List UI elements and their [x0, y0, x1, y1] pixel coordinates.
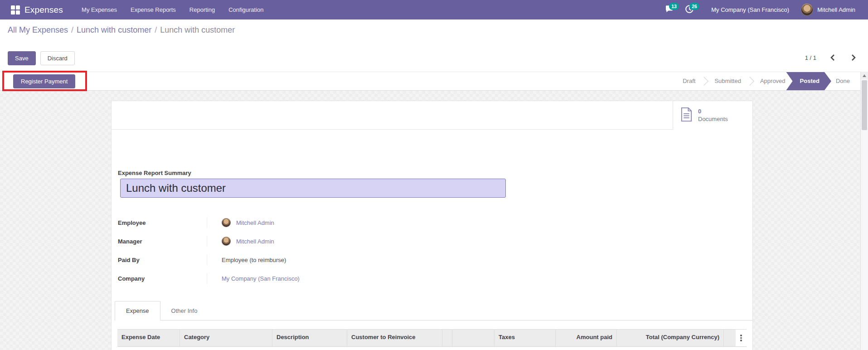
column-total-company-currency[interactable]: Total (Company Currency) [617, 330, 724, 346]
activities-menu[interactable]: 26 [679, 0, 699, 19]
manager-avatar [222, 237, 231, 246]
control-panel: All My Expenses/Lunch with customer/Lunc… [0, 19, 868, 72]
status-step-draft[interactable]: Draft [678, 72, 700, 90]
save-button[interactable]: Save [8, 51, 36, 65]
delete-row-icon[interactable] [724, 348, 736, 350]
control-panel-buttons: Save Discard [8, 51, 75, 65]
status-steps: Draft Submitted Approved Posted Done [678, 72, 854, 90]
scrollbar-thumb[interactable] [862, 80, 867, 130]
user-menu[interactable]: Mitchell Admin [797, 0, 863, 19]
apps-menu-icon[interactable] [11, 5, 20, 15]
column-expense-date[interactable]: Expense Date [117, 330, 180, 346]
cell-total-company-currency[interactable]: $ 0,00 [617, 348, 724, 350]
messages-count-badge: 13 [669, 3, 679, 10]
tab-expense[interactable]: Expense [115, 301, 160, 321]
breadcrumb-separator: / [151, 25, 160, 34]
column-customer-to-reinvoice[interactable]: Customer to Reinvoice [347, 330, 442, 346]
cell-amount-paid[interactable]: $ 0,00 [556, 348, 617, 350]
column-blank [442, 330, 452, 346]
cell-taxes[interactable]: Tax 15.00% [495, 347, 556, 350]
cell-category[interactable]: [OTHER] Other expenses [180, 348, 272, 350]
company-label: Company [118, 275, 207, 282]
main-menu: My Expenses Expense Reports Reporting Co… [75, 0, 270, 19]
activities-count-badge: 26 [689, 3, 699, 10]
expenses-app-screen: Expenses My Expenses Expense Reports Rep… [0, 0, 868, 350]
field-row-company: Company My Company (San Francisco) [118, 273, 462, 284]
pager-previous-icon[interactable] [830, 54, 835, 61]
table-header-row: Expense Date Category Description Custom… [117, 329, 747, 347]
form-sheet: 0 Documents Expense Report Summary Emplo… [111, 101, 753, 350]
paid-by-label: Paid By [118, 257, 207, 263]
column-description[interactable]: Description [272, 330, 347, 346]
vertical-scrollbar[interactable] [860, 72, 868, 350]
manager-label: Manager [118, 238, 207, 245]
status-step-approved[interactable]: Approved [756, 72, 790, 90]
documents-button[interactable]: 0 Documents [673, 101, 752, 130]
company-switcher[interactable]: My Company (San Francisco) [699, 0, 797, 19]
field-row-paid-by: Paid By Employee (to reimburse) [118, 254, 462, 265]
summary-field-label: Expense Report Summary [118, 170, 191, 176]
step-chevron-icon [746, 72, 756, 90]
field-group: Employee Mitchell Admin Manager Mitchell… [118, 217, 462, 292]
form-button-box: 0 Documents [112, 101, 752, 130]
employee-avatar [222, 218, 231, 227]
discard-button[interactable]: Discard [40, 51, 75, 65]
column-category[interactable]: Category [180, 330, 272, 346]
systray: 13 26 My Company (San Francisco) Mitchel… [659, 0, 863, 19]
expense-lines-table: Expense Date Category Description Custom… [117, 329, 747, 350]
content-area: 0 Documents Expense Report Summary Emplo… [0, 91, 868, 350]
summary-input[interactable] [120, 179, 506, 198]
cell-attachments: 0 [452, 348, 495, 350]
documents-count: 0 [698, 108, 728, 115]
cell-description[interactable]: Lunch with customer [272, 348, 347, 350]
nav-configuration[interactable]: Configuration [222, 0, 270, 19]
register-payment-button[interactable]: Register Payment [13, 74, 75, 88]
breadcrumb-separator: / [68, 25, 77, 34]
employee-label: Employee [118, 219, 207, 226]
cell-expense-date[interactable]: 21/11/2021 [117, 348, 180, 350]
documents-label: Documents [698, 116, 728, 123]
breadcrumb-report-link[interactable]: Lunch with customer [77, 25, 151, 34]
pager-value: 1 / 1 [805, 54, 816, 61]
user-avatar [801, 4, 813, 16]
field-row-manager: Manager Mitchell Admin [118, 236, 462, 247]
app-title[interactable]: Expenses [24, 5, 63, 15]
user-name: Mitchell Admin [817, 6, 855, 13]
status-bar: Register Payment Draft Submitted Approve… [0, 72, 868, 91]
pager-next-icon[interactable] [851, 54, 856, 61]
scrollbar-up-arrow[interactable] [861, 72, 868, 79]
nav-expense-reports[interactable]: Expense Reports [124, 0, 183, 19]
expense-line-row[interactable]: 21/11/2021 [OTHER] Other expenses Lunch … [117, 347, 747, 350]
kebab-menu-icon [740, 334, 742, 342]
column-amount-paid[interactable]: Amount paid [556, 330, 617, 346]
optional-columns-toggle[interactable] [736, 330, 747, 346]
document-icon [680, 107, 693, 124]
manager-value[interactable]: Mitchell Admin [236, 238, 274, 245]
notebook-tabs: Expense Other Info [115, 301, 752, 321]
paid-by-value[interactable]: Employee (to reimburse) [222, 257, 286, 263]
company-value[interactable]: My Company (San Francisco) [222, 275, 300, 282]
nav-my-expenses[interactable]: My Expenses [75, 0, 124, 19]
messages-menu[interactable]: 13 [659, 0, 679, 19]
field-row-employee: Employee Mitchell Admin [118, 217, 462, 228]
status-step-submitted[interactable]: Submitted [710, 72, 746, 90]
nav-reporting[interactable]: Reporting [183, 0, 222, 19]
breadcrumb-all-my-expenses[interactable]: All My Expenses [8, 25, 68, 34]
top-navbar: Expenses My Expenses Expense Reports Rep… [0, 0, 868, 19]
status-step-done[interactable]: Done [831, 72, 854, 90]
tab-other-info[interactable]: Other Info [160, 301, 209, 320]
step-chevron-icon [700, 72, 710, 90]
status-step-posted[interactable]: Posted [786, 72, 831, 90]
column-taxes[interactable]: Taxes [495, 330, 556, 346]
column-delete [724, 330, 736, 346]
column-attachments [452, 330, 495, 346]
breadcrumb-current: Lunch with customer [160, 25, 235, 34]
employee-value[interactable]: Mitchell Admin [236, 219, 274, 226]
pager: 1 / 1 [805, 54, 856, 61]
breadcrumb: All My Expenses/Lunch with customer/Lunc… [8, 25, 235, 35]
